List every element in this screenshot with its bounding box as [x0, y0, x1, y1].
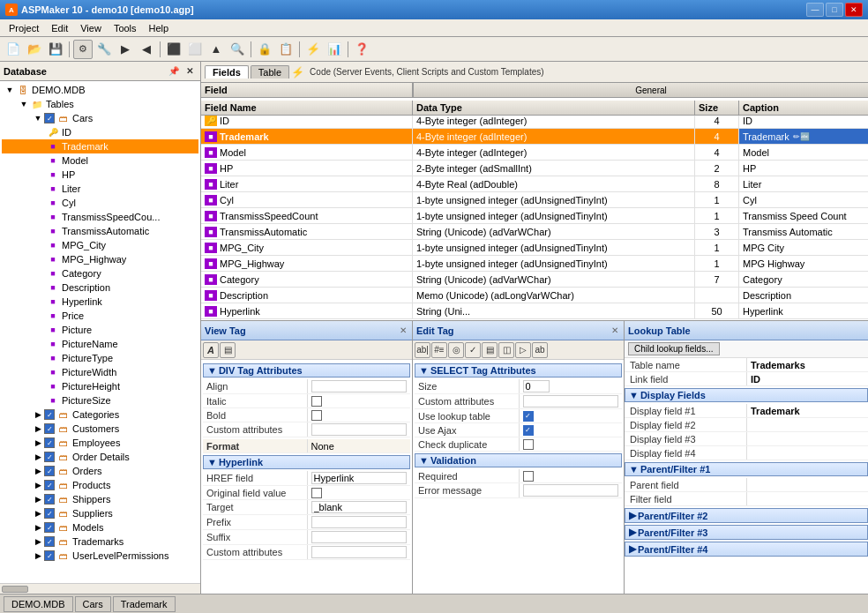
custom-attrs-input[interactable] [311, 423, 408, 436]
edit-tb-btn6[interactable]: ◫ [498, 342, 514, 358]
table-row[interactable]: ■Cyl 1-byte unsigned integer (adUnsigned… [201, 192, 868, 208]
use-lookup-checkbox[interactable]: ✓ [523, 411, 534, 422]
required-value[interactable] [519, 469, 623, 482]
custom-attrs2-input[interactable] [311, 546, 408, 558]
display-field1-value[interactable]: Trademark [746, 404, 868, 417]
tool5[interactable]: ⬛ [164, 40, 183, 59]
table-row[interactable]: ■TransmissAutomatic String (Unicode) (ad… [201, 224, 868, 240]
table-row[interactable]: ■MPG_Highway 1-byte unsigned integer (ad… [201, 256, 868, 272]
select-custom-input[interactable] [523, 395, 619, 407]
view-tag-close[interactable]: ✕ [398, 325, 408, 335]
tree-trademarks[interactable]: ▶ ✓ 🗃 Trademarks [2, 535, 198, 549]
select-size-input[interactable] [523, 380, 550, 392]
original-field-value[interactable] [307, 486, 411, 499]
tool8[interactable]: 🔍 [228, 40, 247, 59]
use-lookup-value[interactable]: ✓ [519, 409, 623, 422]
display-field2-value[interactable] [746, 418, 868, 431]
products-expand[interactable]: ▶ [32, 479, 44, 491]
use-ajax-value[interactable]: ✓ [519, 423, 623, 437]
link-field-value[interactable]: ID [746, 372, 868, 385]
parent-filter1-section[interactable]: ▼ Parent/Filter #1 [625, 462, 868, 476]
prefix-input[interactable] [311, 516, 408, 528]
tree-products[interactable]: ▶ ✓ 🗃 Products [2, 478, 198, 492]
hscroll-thumb[interactable] [2, 586, 28, 593]
menu-edit[interactable]: Edit [46, 22, 73, 34]
error-msg-input[interactable] [523, 484, 619, 497]
validation-section[interactable]: ▼ Validation [415, 453, 622, 467]
employees-expand[interactable]: ▶ [32, 437, 44, 449]
help-button[interactable]: ❓ [352, 40, 371, 59]
tree-field-mpg-city[interactable]: ■ MPG_City [2, 238, 198, 252]
italic-value[interactable] [307, 394, 411, 407]
tree-field-category[interactable]: ■ Category [2, 266, 198, 280]
display-fields-section[interactable]: ▼ Display Fields [625, 388, 868, 402]
close-button[interactable]: ✕ [845, 3, 863, 17]
tab-table[interactable]: Table [251, 65, 289, 78]
div-tag-section[interactable]: ▼ DIV Tag Attributes [203, 363, 410, 378]
tool3[interactable]: ▶ [116, 40, 135, 59]
hyperlink-section[interactable]: ▼ Hyperlink [203, 455, 410, 469]
error-msg-value[interactable] [519, 483, 623, 497]
cars-checkbox[interactable]: ✓ [44, 113, 55, 123]
tree-employees[interactable]: ▶ ✓ 🗃 Employees [2, 436, 198, 450]
shippers-expand[interactable]: ▶ [32, 493, 44, 505]
tree-field-picturetype[interactable]: ■ PictureType [2, 351, 198, 365]
format-value[interactable]: None [307, 439, 411, 452]
tool9[interactable]: 🔒 [255, 40, 274, 59]
trademarks-expand[interactable]: ▶ [32, 535, 44, 548]
order-details-expand[interactable]: ▶ [32, 451, 44, 463]
custom-attrs-value[interactable] [307, 422, 411, 437]
bold-checkbox[interactable] [311, 410, 322, 421]
edit-tb-btn5[interactable]: ▤ [482, 342, 498, 358]
select-tag-section[interactable]: ▼ SELECT Tag Attributes [415, 363, 622, 378]
href-input[interactable] [311, 472, 408, 484]
tab-fields[interactable]: Fields [205, 65, 249, 78]
tree-userlevel[interactable]: ▶ ✓ 🗃 UserLevelPermissions [2, 549, 198, 563]
parent-field-value[interactable] [746, 478, 868, 491]
tree-field-hyperlink[interactable]: ■ Hyperlink [2, 295, 198, 309]
bold-value[interactable] [307, 408, 411, 422]
edit-tb-btn7[interactable]: ▷ [515, 342, 531, 358]
suppliers-checkbox[interactable]: ✓ [44, 508, 55, 519]
tool2[interactable]: 🔧 [94, 40, 114, 59]
filter-field-value[interactable] [746, 492, 868, 505]
tables-expand-icon[interactable]: ▼ [18, 98, 30, 110]
panel-header-icons[interactable]: 📌 ✕ [167, 64, 197, 78]
menu-project[interactable]: Project [4, 22, 44, 34]
table-row[interactable]: ■TransmissSpeedCount 1-byte unsigned int… [201, 208, 868, 224]
tree-models[interactable]: ▶ ✓ 🗃 Models [2, 520, 198, 535]
tool6[interactable]: ⬜ [185, 40, 205, 59]
use-ajax-checkbox[interactable]: ✓ [523, 425, 534, 436]
parent-filter3-section[interactable]: ▶ Parent/Filter #3 [625, 525, 868, 540]
tab-code[interactable]: Code (Server Events, Client Scripts and … [310, 67, 543, 77]
tree-field-cyl[interactable]: ■ Cyl [2, 196, 198, 210]
orders-checkbox[interactable]: ✓ [44, 466, 55, 476]
parent-filter4-section[interactable]: ▶ Parent/Filter #4 [625, 542, 868, 557]
tool4[interactable]: ◀ [137, 40, 156, 59]
models-checkbox[interactable]: ✓ [44, 522, 55, 533]
tree-field-price[interactable]: ■ Price [2, 309, 198, 323]
tree-field-transmiss-speed[interactable]: ■ TransmissSpeedCou... [2, 210, 198, 224]
edit-tb-btn4[interactable]: ✓ [465, 342, 481, 358]
child-lookup-button[interactable]: Child lookup fields... [628, 342, 720, 355]
tree-cars[interactable]: ▼ ✓ 🗃 Cars [2, 111, 198, 125]
save-button[interactable]: 💾 [46, 40, 65, 59]
tree-shippers[interactable]: ▶ ✓ 🗃 Shippers [2, 492, 198, 506]
align-value[interactable] [307, 379, 411, 393]
tool11[interactable]: ⚡ [303, 40, 323, 59]
table-row[interactable]: ■Description Memo (Unicode) (adLongVarWC… [201, 288, 868, 303]
edit-tb-btn2[interactable]: #≡ [431, 342, 447, 358]
settings-button[interactable]: ⚙ [73, 40, 93, 59]
parent-filter2-section[interactable]: ▶ Parent/Filter #2 [625, 508, 868, 523]
tree-field-picturesize[interactable]: ■ PictureSize [2, 393, 198, 407]
userlevel-checkbox[interactable]: ✓ [44, 550, 55, 561]
trademarks-checkbox[interactable]: ✓ [44, 536, 55, 547]
shippers-checkbox[interactable]: ✓ [44, 494, 55, 505]
table-row[interactable]: ■Hyperlink String (Uni... 50 Hyperlink [201, 303, 868, 319]
tree-root[interactable]: ▼ 🗄 DEMO.MDB [2, 83, 198, 97]
categories-checkbox[interactable]: ✓ [44, 409, 55, 420]
format-button[interactable]: ▤ [220, 342, 236, 358]
customers-checkbox[interactable]: ✓ [44, 423, 55, 434]
close-panel-button[interactable]: ✕ [183, 64, 197, 78]
customers-expand[interactable]: ▶ [32, 422, 44, 435]
